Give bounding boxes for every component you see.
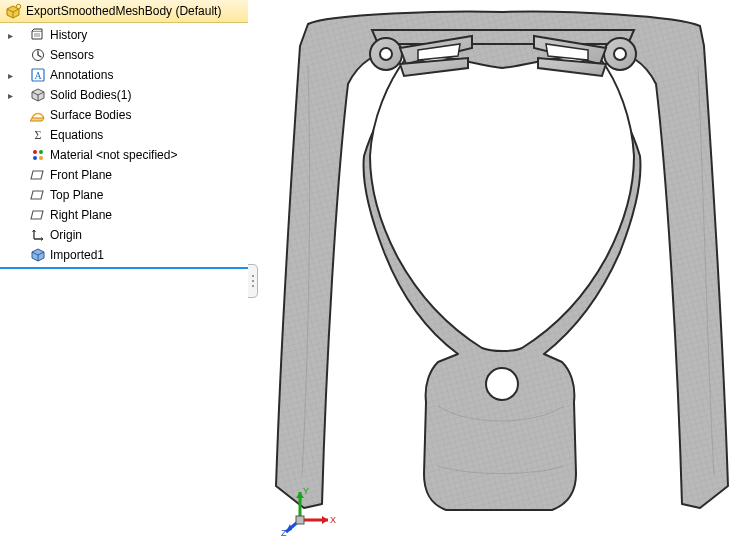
svg-point-6 <box>39 150 43 154</box>
tree-item-label: Top Plane <box>50 188 103 202</box>
tree-item-label: Surface Bodies <box>50 108 131 122</box>
app-root: ExportSmoothedMeshBody (Default) ▸ Histo… <box>0 0 750 544</box>
plane-icon <box>30 187 46 203</box>
tree-item-label: Right Plane <box>50 208 112 222</box>
tree-item-sensors[interactable]: Sensors <box>0 45 248 65</box>
tree-item-imported[interactable]: Imported1 <box>0 245 248 265</box>
tree-item-right-plane[interactable]: Right Plane <box>0 205 248 225</box>
tree-item-origin[interactable]: Origin <box>0 225 248 245</box>
plane-icon <box>30 207 46 223</box>
view-triad[interactable]: Z X Y <box>280 484 344 538</box>
sensors-icon <box>30 47 46 63</box>
history-icon <box>30 27 46 43</box>
feature-tree-root[interactable]: ExportSmoothedMeshBody (Default) <box>0 0 248 23</box>
tree-item-history[interactable]: ▸ History <box>0 25 248 45</box>
svg-marker-16 <box>286 524 292 532</box>
tree-item-top-plane[interactable]: Top Plane <box>0 185 248 205</box>
svg-point-5 <box>33 150 37 154</box>
part-icon <box>6 3 22 19</box>
annotations-icon: A <box>30 67 46 83</box>
svg-point-11 <box>380 48 392 60</box>
tree-item-solid-bodies[interactable]: ▸ Solid Bodies(1) <box>0 85 248 105</box>
feature-tree-body: ▸ History <box>0 23 248 269</box>
imported-icon <box>30 247 46 263</box>
svg-rect-21 <box>296 516 304 524</box>
tree-item-label: History <box>50 28 87 42</box>
svg-point-13 <box>614 48 626 60</box>
tree-item-label: Annotations <box>50 68 113 82</box>
triad-z-label: Z <box>281 528 287 538</box>
equations-icon: Σ <box>30 127 46 143</box>
tree-item-annotations[interactable]: ▸ A Annotations <box>0 65 248 85</box>
feature-tree-root-label: ExportSmoothedMeshBody (Default) <box>26 4 221 18</box>
triad-y-label: Y <box>303 486 309 496</box>
svg-point-7 <box>33 156 37 160</box>
surface-bodies-icon <box>30 107 46 123</box>
svg-marker-18 <box>322 516 328 524</box>
expander-icon[interactable]: ▸ <box>4 90 16 101</box>
svg-point-0 <box>16 4 20 8</box>
plane-icon <box>30 167 46 183</box>
tree-item-label: Sensors <box>50 48 94 62</box>
splitter-handle-icon[interactable] <box>248 264 258 298</box>
tree-item-front-plane[interactable]: Front Plane <box>0 165 248 185</box>
tree-item-label: Solid Bodies(1) <box>50 88 131 102</box>
mesh-body-graphic <box>268 6 738 520</box>
tree-item-label: Imported1 <box>50 248 104 262</box>
tree-item-label: Equations <box>50 128 103 142</box>
tree-item-surface-bodies[interactable]: Surface Bodies <box>0 105 248 125</box>
graphics-viewport[interactable]: Z X Y <box>258 0 750 544</box>
svg-point-14 <box>486 368 518 400</box>
material-icon <box>30 147 46 163</box>
solid-bodies-icon <box>30 87 46 103</box>
svg-point-8 <box>39 156 43 160</box>
tree-item-label: Origin <box>50 228 82 242</box>
tree-item-label: Front Plane <box>50 168 112 182</box>
expander-icon[interactable]: ▸ <box>4 70 16 81</box>
tree-end-rule <box>0 267 248 269</box>
svg-text:Σ: Σ <box>35 128 42 142</box>
tree-item-label: Material <not specified> <box>50 148 177 162</box>
triad-x-label: X <box>330 515 336 525</box>
feature-tree-panel: ExportSmoothedMeshBody (Default) ▸ Histo… <box>0 0 248 544</box>
svg-text:A: A <box>34 70 42 81</box>
origin-icon <box>30 227 46 243</box>
tree-item-equations[interactable]: Σ Equations <box>0 125 248 145</box>
expander-icon[interactable]: ▸ <box>4 30 16 41</box>
panel-splitter[interactable] <box>248 0 258 544</box>
tree-item-material[interactable]: Material <not specified> <box>0 145 248 165</box>
